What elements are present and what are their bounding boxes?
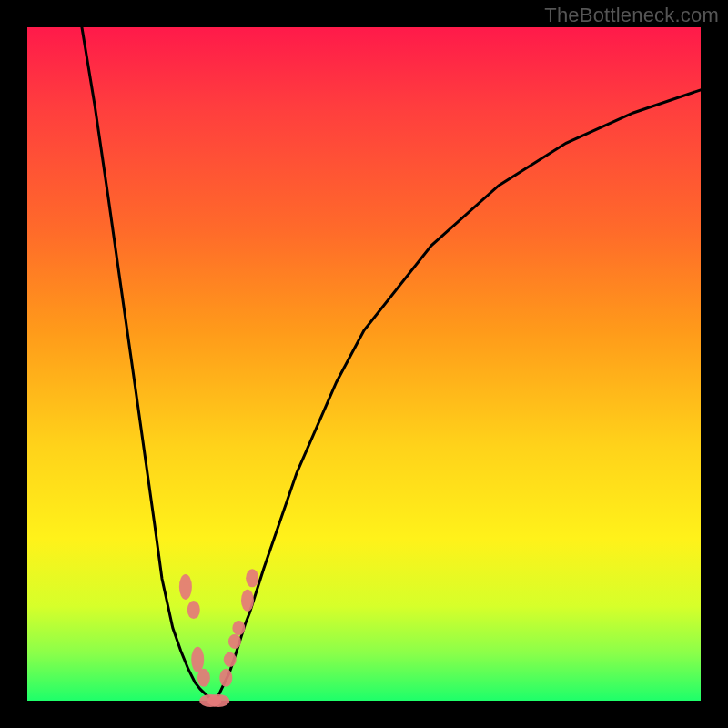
marker-point [224, 652, 237, 667]
marker-point [241, 590, 254, 612]
marker-point [191, 647, 204, 672]
marker-point [228, 634, 241, 649]
marker-point [179, 574, 192, 600]
curve-left-branch [82, 27, 213, 700]
marker-point [246, 569, 258, 587]
curve-right-branch [213, 90, 701, 700]
chart-svg [0, 0, 728, 728]
marker-point [187, 601, 200, 619]
marker-group [179, 569, 258, 707]
chart-frame: TheBottleneck.com [0, 0, 728, 728]
series-group [82, 27, 701, 700]
marker-point [197, 669, 210, 687]
marker-point [207, 694, 229, 707]
marker-point [219, 669, 232, 687]
marker-point [232, 621, 245, 635]
